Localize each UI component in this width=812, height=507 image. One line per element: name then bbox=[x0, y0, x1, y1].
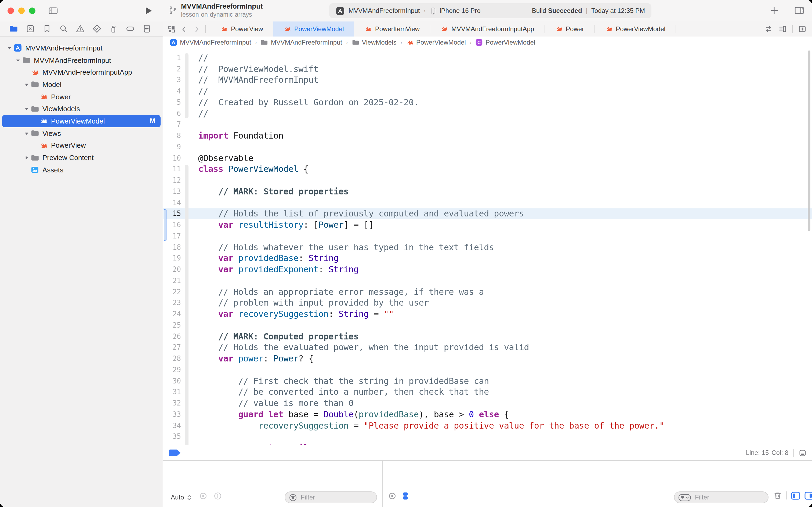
swap-editor-icon[interactable] bbox=[764, 25, 773, 33]
inspector-sidebar-toggle-icon[interactable] bbox=[794, 6, 805, 15]
navigator-sidebar-toggle-icon[interactable] bbox=[48, 6, 58, 15]
navigator-tests-icon[interactable] bbox=[93, 24, 102, 33]
modified-badge: M bbox=[150, 117, 155, 125]
code-line-33: 33 guard let base = Double(providedBase)… bbox=[163, 409, 812, 420]
breadcrumb-item-powerviewmodel[interactable]: PowerViewModel bbox=[406, 39, 466, 46]
run-destination[interactable]: iPhone 16 Pro bbox=[440, 7, 480, 14]
tree-item-power[interactable]: Power bbox=[2, 91, 161, 103]
chevron-open-icon[interactable] bbox=[22, 81, 31, 88]
tree-item-views[interactable]: Views bbox=[2, 127, 161, 139]
tab-mvvmandfreeforminputapp[interactable]: MVVMAndFreeformInputApp bbox=[430, 21, 544, 37]
swift-icon bbox=[441, 25, 448, 33]
tree-item-viewmodels[interactable]: ViewModels bbox=[2, 103, 161, 115]
breadcrumb-item-mvvmandfreeforminput[interactable]: MVVMAndFreeformInput bbox=[261, 39, 342, 46]
tree-item-mvvmandfreeforminput[interactable]: MVVMAndFreeformInput bbox=[2, 54, 161, 66]
navigator-breakpoints-icon[interactable] bbox=[126, 24, 135, 33]
console-filter-field[interactable] bbox=[674, 492, 768, 503]
variables-eye-icon[interactable] bbox=[199, 492, 208, 501]
scheme-chevron: › bbox=[423, 7, 425, 14]
go-forward-icon[interactable] bbox=[193, 25, 200, 33]
breadcrumb-item-viewmodels[interactable]: ViewModels bbox=[352, 39, 397, 46]
breadcrumb-item-powerviewmodel[interactable]: PowerViewModel bbox=[475, 39, 535, 46]
activity-status[interactable]: Build Succeeded | Today at 12:35 PM bbox=[532, 7, 645, 14]
debug-pane-divider[interactable] bbox=[383, 460, 383, 507]
code-line-6: 6// bbox=[163, 108, 812, 119]
breakpoint-icon[interactable] bbox=[169, 450, 180, 456]
show-console-pane-icon[interactable] bbox=[804, 492, 812, 500]
code-line-19: 19 var providedBase: String bbox=[163, 253, 812, 264]
editor-options-icon[interactable] bbox=[778, 25, 787, 33]
editor-scrollbar[interactable] bbox=[808, 51, 810, 231]
c-badge-icon bbox=[475, 39, 483, 46]
tree-item-preview-content[interactable]: Preview Content bbox=[2, 152, 161, 164]
go-back-icon[interactable] bbox=[180, 25, 188, 33]
variables-filter-input[interactable] bbox=[300, 493, 373, 502]
code-line-20: 20 var providedExponent: String bbox=[163, 264, 812, 275]
change-bar bbox=[164, 209, 167, 241]
folder-icon bbox=[352, 39, 359, 46]
variables-filter-field[interactable] bbox=[285, 492, 377, 503]
project-navigator: MVVMAndFreeformInputMVVMAndFreeformInput… bbox=[0, 37, 163, 507]
navigator-reports-icon[interactable] bbox=[142, 24, 152, 33]
navigator-project-icon[interactable] bbox=[9, 24, 18, 33]
breadcrumb-item-mvvmandfreeforminput[interactable]: MVVMAndFreeformInput bbox=[170, 39, 251, 46]
chevron-open-icon[interactable] bbox=[22, 130, 31, 137]
chevron-open-icon[interactable] bbox=[22, 106, 31, 113]
navigator-issues-icon[interactable] bbox=[76, 24, 85, 33]
navigator-bookmarks-icon[interactable] bbox=[43, 24, 52, 33]
editor-bar-settings-icon[interactable] bbox=[799, 449, 807, 457]
code-line-23: 23 // problem with input provided by the… bbox=[163, 297, 812, 308]
code-line-8: 8import Foundation bbox=[163, 130, 812, 142]
chevron-open-icon[interactable] bbox=[5, 45, 13, 52]
run-button[interactable] bbox=[145, 6, 153, 15]
chevron-open-icon[interactable] bbox=[14, 57, 22, 64]
tree-item-mvvmandfreeforminputapp[interactable]: MVVMAndFreeformInputApp bbox=[2, 66, 161, 78]
console-eye-icon[interactable] bbox=[388, 492, 397, 501]
clear-console-trash-icon[interactable] bbox=[773, 492, 782, 500]
scheme-name[interactable]: MVVMAndFreeformInput bbox=[349, 7, 420, 14]
tab-power[interactable]: Power bbox=[545, 21, 594, 37]
folder-icon bbox=[22, 56, 31, 64]
col-indicator[interactable]: Col: 8 bbox=[771, 449, 789, 456]
code-line-9: 9 bbox=[163, 141, 812, 153]
window-project-title: MVVMAndFreeformInput bbox=[181, 2, 263, 11]
console-mode-icon[interactable] bbox=[401, 492, 410, 501]
tree-item-powerviewmodel[interactable]: PowerViewModelM bbox=[2, 115, 161, 127]
show-variables-pane-icon[interactable] bbox=[791, 492, 801, 500]
tree-item-mvvmandfreeforminput[interactable]: MVVMAndFreeformInput bbox=[2, 42, 161, 54]
tab-label: PowerView bbox=[231, 25, 263, 33]
tree-item-assets[interactable]: Assets bbox=[2, 164, 161, 176]
tree-item-label: MVVMAndFreeformInputApp bbox=[43, 68, 132, 76]
tree-item-model[interactable]: Model bbox=[2, 78, 161, 91]
source-editor[interactable]: 1//2// PowerViewModel.swift3// MVVMAndFr… bbox=[163, 48, 812, 445]
related-items-icon[interactable] bbox=[168, 25, 176, 33]
close-button[interactable] bbox=[7, 7, 14, 14]
line-indicator[interactable]: Line: 15 bbox=[746, 449, 769, 456]
library-add-icon[interactable] bbox=[769, 6, 779, 15]
chevron-closed-icon[interactable] bbox=[22, 154, 31, 161]
swift-icon bbox=[284, 25, 291, 33]
breadcrumb-separator: › bbox=[400, 39, 402, 45]
editor-bottom-bar: Line: 15 Col: 8 bbox=[163, 445, 812, 460]
add-editor-icon[interactable] bbox=[798, 25, 807, 33]
tab-poweritemview[interactable]: PowerItemView bbox=[354, 21, 430, 37]
breadcrumb-separator: › bbox=[470, 39, 471, 45]
minimize-button[interactable] bbox=[18, 7, 25, 14]
tree-item-powerview[interactable]: PowerView bbox=[2, 139, 161, 152]
variables-info-icon[interactable] bbox=[213, 492, 222, 501]
navigator-find-icon[interactable] bbox=[59, 24, 68, 33]
navigator-debug-gauge-icon[interactable] bbox=[109, 24, 118, 33]
navigator-source-control-icon[interactable] bbox=[26, 24, 35, 33]
tab-powerviewmodel[interactable]: PowerViewModel bbox=[273, 21, 354, 37]
variables-scope-dropdown[interactable]: Auto bbox=[171, 492, 192, 503]
console-filter-menu-icon[interactable] bbox=[678, 493, 691, 501]
xcode-window: MVVMAndFreeformInput lesson-on-dynamic-a… bbox=[0, 0, 812, 507]
tab-powerviewmodel[interactable]: PowerViewModel bbox=[595, 21, 676, 37]
console-filter-input[interactable] bbox=[694, 493, 764, 502]
scheme-selector[interactable]: MVVMAndFreeformInput › iPhone 16 Pro Bui… bbox=[329, 3, 651, 18]
code-line-1: 1// bbox=[163, 52, 812, 63]
code-line-30: 30 // First check that the string in pro… bbox=[163, 376, 812, 387]
tree-item-label: Model bbox=[43, 80, 61, 89]
zoom-button[interactable] bbox=[29, 7, 36, 14]
tab-powerview[interactable]: PowerView bbox=[210, 21, 273, 37]
